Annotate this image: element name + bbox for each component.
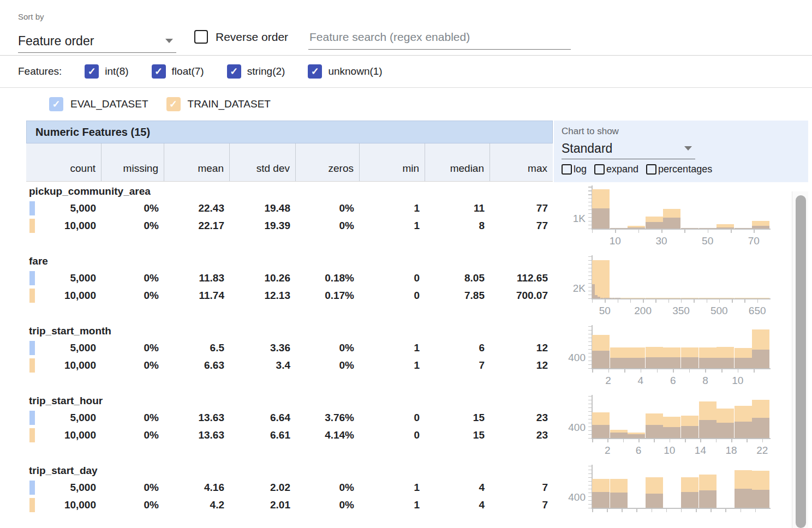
stat-cell: 4.2 xyxy=(164,496,229,514)
stat-cell: 0% xyxy=(101,200,164,217)
stat-cell: 10.26 xyxy=(229,269,295,287)
feature-name: trip_start_month xyxy=(29,325,553,338)
chart-option-label: expand xyxy=(606,164,638,175)
eval-histogram-bar xyxy=(612,298,615,298)
stat-cell: 10,000 xyxy=(26,217,101,235)
column-header-count: count xyxy=(26,143,101,181)
x-axis-tick-label: 350 xyxy=(667,305,695,317)
scrollbar-track[interactable] xyxy=(792,191,808,528)
eval-histogram-bar xyxy=(752,418,769,438)
histogram-trip-start-month: 400246810 xyxy=(554,323,794,393)
feature-row-trip-start-day: trip_start_day5,0000%4.162.020%14710,000… xyxy=(26,463,812,528)
stat-cell: 0% xyxy=(101,217,164,235)
dataset-swatch xyxy=(29,411,35,425)
chart-option-expand[interactable]: expand xyxy=(594,164,638,175)
x-axis-tick-label: 2 xyxy=(595,375,622,387)
stat-cell: 0 xyxy=(359,409,425,427)
eval-histogram-bar xyxy=(663,427,680,438)
stat-cell: 6.63 xyxy=(164,357,229,374)
x-axis-tick-label: 18 xyxy=(718,445,745,457)
histogram-trip-start-hour: 4002610141822 xyxy=(554,393,794,463)
stat-cell: 11.74 xyxy=(164,287,229,304)
stat-cell: 1 xyxy=(359,339,425,357)
scrollbar-thumb[interactable] xyxy=(796,195,806,528)
chart-to-show-panel: Chart to show Standard logexpandpercenta… xyxy=(554,121,808,182)
eval-histogram-bar xyxy=(646,222,663,229)
dataset-label: EVAL_DATASET xyxy=(70,98,148,110)
chart-option-label: log xyxy=(574,164,587,175)
checkbox-icon: ✓ xyxy=(227,64,241,79)
sort-by-select[interactable]: Feature order xyxy=(18,29,176,53)
eval-histogram-bar xyxy=(717,423,734,438)
stats-row-eval-dataset: 5,0000%6.53.360%1612 xyxy=(26,339,553,357)
x-axis-minor-ticks xyxy=(592,439,770,442)
dataset-swatch xyxy=(29,358,35,373)
eval-histogram-bar xyxy=(735,489,752,508)
eval-histogram-bar xyxy=(628,358,645,368)
feature-search-input[interactable] xyxy=(308,27,571,49)
x-axis-tick-label: 650 xyxy=(744,305,771,317)
dataset-swatch xyxy=(29,271,35,285)
dataset-toggle-train-dataset[interactable]: ✓TRAIN_DATASET xyxy=(166,97,271,111)
checkbox-icon xyxy=(594,164,605,175)
table-header-left: Numeric Features (15) countmissingmeanst… xyxy=(26,121,553,182)
type-filter-unknown-1[interactable]: ✓unknown(1) xyxy=(308,64,382,79)
stat-cell: 22.17 xyxy=(164,217,229,235)
eval-histogram-bar xyxy=(610,433,628,438)
type-filter-label: string(2) xyxy=(247,65,285,77)
x-axis-minor-ticks xyxy=(592,299,770,303)
column-header-max: max xyxy=(489,143,553,181)
eval-histogram-bar xyxy=(610,493,628,508)
train-histogram-bar xyxy=(699,298,717,298)
stat-cell: 1 xyxy=(359,357,425,374)
stat-cell: 0% xyxy=(101,269,164,287)
type-filter-int-8[interactable]: ✓int(8) xyxy=(85,64,128,79)
stat-cell: 0% xyxy=(295,479,359,496)
x-axis-tick-label: 50 xyxy=(694,235,721,247)
column-header-missing: missing xyxy=(101,143,164,181)
check-icon: ✓ xyxy=(88,67,96,76)
chart-option-percentages[interactable]: percentages xyxy=(646,164,712,175)
x-axis-minor-ticks xyxy=(592,230,770,233)
stat-cell: 0% xyxy=(295,339,359,357)
chart-option-label: percentages xyxy=(658,164,712,175)
stat-cell: 6 xyxy=(425,339,489,357)
stat-cell: 7 xyxy=(489,496,553,514)
feature-name: fare xyxy=(29,255,553,268)
eval-histogram-bar xyxy=(628,434,645,438)
eval-histogram-bar xyxy=(752,226,769,229)
chart-type-select[interactable]: Standard xyxy=(562,138,695,159)
feature-row-fare: fare5,0000%11.8310.260.18%08.05112.6510,… xyxy=(26,253,812,323)
y-axis-tick-label: 400 xyxy=(554,491,586,504)
eval-histogram-bar xyxy=(609,298,612,298)
feature-stats: trip_start_month5,0000%6.53.360%161210,0… xyxy=(26,323,553,374)
feature-search xyxy=(308,27,571,50)
dataset-toggle-eval-dataset[interactable]: ✓EVAL_DATASET xyxy=(49,97,148,111)
sort-by-label: Sort by xyxy=(18,12,44,21)
sort-by-value: Feature order xyxy=(18,34,94,49)
type-filter-string-2[interactable]: ✓string(2) xyxy=(227,64,285,79)
dataset-swatch xyxy=(29,428,35,442)
stat-cell: 4 xyxy=(425,496,489,514)
x-axis-tick-label: 30 xyxy=(648,235,675,247)
eval-histogram-bar xyxy=(735,358,752,368)
stat-cell: 22.43 xyxy=(164,200,229,217)
stats-row-eval-dataset: 5,0000%13.636.643.76%01523 xyxy=(26,409,553,427)
eval-histogram-bar xyxy=(717,358,734,368)
x-axis-tick-label: 2 xyxy=(594,445,621,457)
x-axis-tick-label: 8 xyxy=(691,375,719,387)
stat-cell: 3.36 xyxy=(229,339,295,357)
stat-cell: 12.13 xyxy=(229,287,295,304)
chart-options: logexpandpercentages xyxy=(562,164,808,175)
stat-cell: 3.76% xyxy=(295,409,359,427)
eval-histogram-bar xyxy=(610,358,628,368)
type-filter-float-7[interactable]: ✓float(7) xyxy=(152,64,204,79)
reverse-order-checkbox[interactable]: Reverse order xyxy=(194,30,288,44)
stat-cell: 19.39 xyxy=(229,217,295,235)
checkbox-icon: ✓ xyxy=(166,97,181,111)
x-axis-tick-label: 500 xyxy=(706,305,733,317)
chart-option-log[interactable]: log xyxy=(562,164,587,175)
y-axis-tick-label: 400 xyxy=(554,351,586,364)
eval-histogram-bar xyxy=(699,490,717,508)
stat-cell: 6.61 xyxy=(229,427,295,444)
